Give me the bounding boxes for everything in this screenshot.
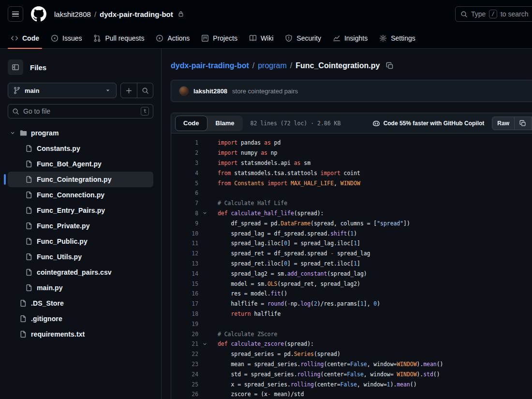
tab-security[interactable]: Security [280, 28, 326, 48]
global-search-input[interactable]: Type / to search [455, 6, 532, 22]
tree-item-func-public-py[interactable]: Func_Public.py [8, 234, 153, 249]
search-tree-button[interactable] [137, 83, 153, 98]
line-number[interactable]: 19 [171, 321, 198, 327]
search-placeholder-pre: Type [471, 10, 486, 18]
line-number[interactable]: 7 [171, 200, 198, 207]
breadcrumb: dydx-pair-trading-bot / program / Func_C… [171, 61, 532, 70]
line-number[interactable]: 1 [171, 139, 198, 146]
github-logo-icon[interactable] [31, 6, 46, 22]
go-to-file-input[interactable]: Go to file t [8, 104, 153, 118]
code-line: 6 [171, 188, 532, 198]
repo-link[interactable]: dydx-pair-trading-bot [100, 10, 173, 18]
file-view-main: dydx-pair-trading-bot / program / Func_C… [162, 49, 532, 399]
line-number[interactable]: 14 [171, 270, 198, 277]
tree-item-func-bot-agent-py[interactable]: Func_Bot_Agent.py [8, 156, 153, 172]
tree-item-func-private-py[interactable]: Func_Private.py [8, 218, 153, 234]
tab-wiki[interactable]: Wiki [244, 28, 278, 48]
line-number[interactable]: 15 [171, 281, 198, 287]
tab-label: Wiki [261, 34, 273, 42]
issue-icon [51, 34, 59, 42]
line-number[interactable]: 21 [171, 340, 198, 347]
line-number[interactable]: 24 [171, 371, 198, 378]
line-number[interactable]: 11 [171, 240, 198, 247]
line-number[interactable]: 12 [171, 250, 198, 257]
line-number[interactable]: 8 [171, 210, 198, 217]
breadcrumb-repo-link[interactable]: dydx-pair-trading-bot [171, 61, 249, 70]
tree-item-func-connection-py[interactable]: Func_Connection.py [8, 187, 153, 203]
tab-insights[interactable]: Insights [328, 28, 372, 48]
line-number[interactable]: 20 [171, 331, 198, 338]
tree-item-label: .gitignore [31, 315, 62, 323]
tab-label: Actions [167, 34, 190, 42]
tree-item-label: Constants.py [37, 145, 80, 152]
commit-message[interactable]: store cointegrated pairs [232, 88, 298, 95]
wiki-icon [249, 34, 257, 42]
tree-actions-group [120, 83, 153, 98]
tree-item-gitignore[interactable]: .gitignore [8, 311, 153, 326]
hamburger-menu-button[interactable] [8, 6, 23, 22]
chevron-down-icon[interactable] [10, 130, 15, 136]
tree-item-program[interactable]: program [8, 125, 153, 141]
tree-item-func-utils-py[interactable]: Func_Utils.py [8, 249, 153, 265]
tree-item-func-entry-pairs-py[interactable]: Func_Entry_Pairs.py [8, 203, 153, 218]
line-number[interactable]: 22 [171, 351, 198, 357]
fold-chevron-icon[interactable] [202, 210, 207, 216]
tab-code[interactable]: Code [6, 28, 44, 48]
tree-item-requirements-txt[interactable]: requirements.txt [8, 326, 153, 342]
line-number[interactable]: 10 [171, 230, 198, 237]
file-icon [25, 160, 33, 168]
commit-author[interactable]: lakshit2808 [193, 88, 227, 95]
page-content: Files main Go to file t programConstants… [0, 49, 532, 399]
line-number[interactable]: 4 [171, 170, 198, 177]
code-line-text: import pandas as pd [211, 139, 281, 146]
line-number[interactable]: 16 [171, 290, 198, 297]
tree-item-constants-py[interactable]: Constants.py [8, 141, 153, 156]
code-line-text: spread_series = pd.Series(spread) [211, 351, 340, 357]
line-number[interactable]: 17 [171, 300, 198, 307]
tab-issues[interactable]: Issues [46, 28, 87, 48]
tab-settings[interactable]: Settings [374, 28, 420, 48]
line-number[interactable]: 26 [171, 391, 198, 398]
line-number[interactable]: 25 [171, 381, 198, 388]
line-number[interactable]: 9 [171, 220, 198, 227]
code-line: 19 [171, 319, 532, 329]
line-number[interactable]: 6 [171, 190, 198, 196]
copy-file-button[interactable] [514, 117, 531, 130]
tab-projects[interactable]: Projects [196, 28, 242, 48]
file-icon [19, 330, 27, 338]
branch-row: main [8, 83, 153, 98]
tab-pull-requests[interactable]: Pull requests [89, 28, 149, 48]
latest-commit-bar[interactable]: lakshit2808 store cointegrated pairs [171, 80, 532, 102]
line-number[interactable]: 3 [171, 160, 198, 166]
tree-item-main-py[interactable]: main.py [8, 280, 153, 296]
tab-actions[interactable]: Actions [151, 28, 194, 48]
code-blame-toggle: Code Blame [175, 116, 243, 131]
code-view-button[interactable]: Code [175, 116, 207, 131]
branch-selector[interactable]: main [8, 83, 117, 98]
copilot-banner[interactable]: Code 55% faster with GitHub Copilot [372, 119, 485, 127]
copy-path-icon[interactable] [386, 62, 394, 70]
code-line-text: import numpy as np [211, 149, 277, 156]
blame-view-button[interactable]: Blame [207, 116, 243, 131]
code-line: 5from Constants import MAX_HALF_LIFE, WI… [171, 178, 532, 188]
tree-item-ds-store[interactable]: .DS_Store [8, 296, 153, 311]
line-number[interactable]: 18 [171, 310, 198, 317]
breadcrumb-dir-link[interactable]: program [258, 61, 287, 70]
add-file-button[interactable] [121, 83, 137, 98]
owner-link[interactable]: lakshit2808 [54, 10, 91, 18]
tab-label: Security [296, 34, 321, 42]
line-number[interactable]: 5 [171, 180, 198, 187]
file-icon [25, 253, 33, 261]
tree-item-cointegrated-pairs-csv[interactable]: cointegrated_pairs.csv [8, 265, 153, 280]
collapse-sidebar-button[interactable] [8, 59, 23, 75]
code-line-text: spread_ret = df_spread.spread - spread_l… [211, 250, 370, 257]
fold-chevron-icon[interactable] [202, 341, 207, 347]
line-number[interactable]: 13 [171, 260, 198, 267]
code-line-text: mean = spread_series.rolling(center=Fals… [211, 361, 443, 368]
tree-item-func-cointegration-py[interactable]: Func_Cointegration.py [8, 172, 153, 187]
search-icon [460, 11, 468, 18]
raw-button[interactable]: Raw [492, 117, 514, 130]
line-number[interactable]: 23 [171, 361, 198, 368]
code-line-text: spread_lag2 = sm.add_constant(spread_lag… [211, 270, 367, 277]
line-number[interactable]: 2 [171, 149, 198, 156]
